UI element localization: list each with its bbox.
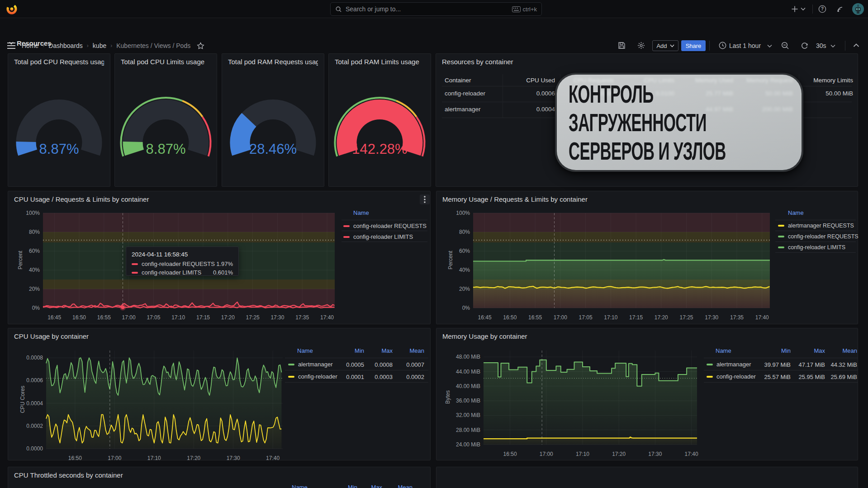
legend-header: Mean bbox=[816, 347, 857, 354]
gauge-value: 8.87% bbox=[114, 141, 217, 157]
x-axis-label: 17:30 bbox=[222, 455, 245, 461]
x-axis-label: 16:55 bbox=[93, 314, 115, 321]
breadcrumb-kube[interactable]: kube bbox=[93, 42, 106, 49]
legend-color bbox=[707, 376, 713, 378]
legend-value: 44.32 MiB bbox=[812, 361, 857, 368]
legend-separator bbox=[775, 252, 856, 253]
help-icon[interactable]: ? bbox=[818, 5, 826, 13]
search-placeholder: Search or jump to... bbox=[346, 5, 512, 13]
x-axis-label: 17:20 bbox=[182, 455, 205, 461]
x-axis-label: 17:30 bbox=[700, 314, 723, 321]
x-axis-label: 17:15 bbox=[625, 314, 647, 321]
settings-icon[interactable] bbox=[637, 42, 645, 49]
gauge-3 bbox=[222, 53, 324, 187]
legend-color bbox=[778, 236, 784, 237]
tooltip-row: config-reloader LIMITS0.601% bbox=[132, 269, 233, 276]
x-axis-label: 16:55 bbox=[524, 314, 546, 321]
x-axis-label: 17:25 bbox=[242, 314, 264, 321]
legend-item[interactable]: config-reloader LIMITS bbox=[343, 233, 413, 240]
section-resources[interactable]: Resources bbox=[9, 39, 52, 47]
x-axis-label: 17:10 bbox=[143, 455, 166, 461]
legend-item[interactable]: config-reloader LIMITS bbox=[778, 244, 845, 251]
legend-separator bbox=[704, 358, 858, 358]
add-button[interactable]: Add bbox=[652, 40, 678, 51]
legend-item[interactable]: alertmanager bbox=[707, 361, 751, 368]
legend-separator bbox=[342, 242, 427, 242]
x-axis-label: 17:00 bbox=[535, 451, 558, 457]
avatar[interactable] bbox=[852, 3, 864, 15]
legend-item[interactable]: alertmanager REQUESTS bbox=[778, 223, 854, 229]
x-axis-label: 17:40 bbox=[261, 455, 284, 461]
legend-color bbox=[343, 236, 350, 238]
legend-separator bbox=[285, 370, 428, 370]
y-axis-label: 60% bbox=[439, 248, 470, 254]
x-axis-label: 16:50 bbox=[64, 455, 86, 461]
promo-overlay-text: КОНТРОЛЬЗАГРУЖЕННОСТИСЕРВЕРОВ И УЗЛОВ bbox=[569, 80, 726, 165]
collapse-icon[interactable] bbox=[853, 43, 859, 47]
legend-color bbox=[778, 225, 784, 227]
gauge-value: 8.87% bbox=[8, 141, 110, 157]
add-icon[interactable] bbox=[791, 5, 798, 13]
time-range-picker[interactable]: Last 1 hour bbox=[729, 42, 761, 49]
legend-value: 0.0007 bbox=[379, 361, 424, 368]
x-axis-label: 17:40 bbox=[680, 451, 703, 457]
x-axis-label: 17:10 bbox=[167, 314, 190, 321]
breadcrumb-current: Kubernetes / Views / Pods bbox=[116, 42, 190, 49]
search-icon bbox=[335, 6, 342, 13]
y-axis-label: 0.0002 bbox=[12, 423, 43, 429]
legend-separator bbox=[342, 231, 427, 231]
chevron-down-icon[interactable] bbox=[767, 44, 772, 48]
legend-item[interactable]: config-reloader REQUESTS bbox=[778, 233, 859, 240]
shortcut-hint: ctrl+k bbox=[512, 6, 537, 13]
gauge-value: 28.46% bbox=[222, 141, 324, 157]
y-axis-label: 20% bbox=[9, 286, 40, 292]
y-axis-title: Bytes bbox=[445, 390, 451, 404]
legend-header: Name bbox=[297, 347, 313, 354]
chevron-down-icon[interactable] bbox=[801, 7, 806, 11]
y-axis-title: Percent bbox=[447, 251, 454, 269]
y-axis-label: 36.00 MiB bbox=[450, 398, 480, 404]
grafana-logo[interactable] bbox=[6, 4, 17, 14]
news-icon[interactable] bbox=[836, 5, 844, 13]
chevron-down-icon[interactable] bbox=[830, 44, 835, 48]
y-axis-label: 40% bbox=[439, 267, 470, 273]
y-axis-title: CPU Cores bbox=[19, 385, 26, 413]
x-axis-label: 17:20 bbox=[607, 451, 630, 457]
x-axis-label: 17:20 bbox=[650, 314, 673, 321]
gauge-value: 142.28% bbox=[328, 141, 431, 157]
x-axis-label: 17:00 bbox=[549, 314, 572, 321]
y-axis-label: 28.00 MiB bbox=[450, 427, 480, 433]
legend-separator bbox=[704, 370, 858, 370]
refresh-interval-picker[interactable]: 30s bbox=[816, 42, 826, 49]
keyboard-icon bbox=[512, 6, 521, 12]
save-icon[interactable] bbox=[618, 42, 626, 49]
x-axis-label: 16:50 bbox=[68, 314, 90, 321]
divider bbox=[812, 5, 813, 14]
breadcrumb-bar: Home› Dashboards› kube› Kubernetes / Vie… bbox=[0, 19, 868, 36]
legend-separator bbox=[704, 382, 858, 383]
x-axis-label: 17:10 bbox=[571, 451, 594, 457]
star-icon[interactable] bbox=[197, 42, 204, 49]
panel-title: CPU Throttled seconds by container bbox=[14, 471, 331, 479]
legend-separator bbox=[775, 231, 856, 231]
search-input[interactable]: Search or jump to... ctrl+k bbox=[330, 2, 542, 16]
top-bar: Search or jump to... ctrl+k ? bbox=[0, 0, 868, 18]
y-axis-label: 60% bbox=[9, 248, 40, 254]
legend-color bbox=[343, 225, 350, 227]
legend-color bbox=[288, 376, 294, 378]
share-button[interactable]: Share bbox=[681, 40, 706, 51]
breadcrumb-dashboards[interactable]: Dashboards bbox=[48, 42, 83, 49]
chevron-down-icon bbox=[9, 42, 14, 45]
gauge-1 bbox=[8, 53, 110, 187]
table-column-divider bbox=[503, 74, 503, 118]
x-axis-label: 16:45 bbox=[474, 314, 496, 321]
legend-color bbox=[778, 246, 784, 248]
zoom-out-icon[interactable] bbox=[781, 42, 789, 50]
legend-header: Name bbox=[292, 484, 308, 488]
chevron-down-icon bbox=[670, 44, 674, 47]
legend-item[interactable]: config-reloader REQUESTS bbox=[343, 223, 427, 229]
tooltip-series-color bbox=[132, 272, 138, 274]
refresh-icon[interactable] bbox=[801, 42, 809, 50]
chart-tooltip: 2024-04-11 16:58:45 config-reloader REQU… bbox=[126, 246, 239, 276]
y-axis-label: 80% bbox=[9, 229, 40, 235]
